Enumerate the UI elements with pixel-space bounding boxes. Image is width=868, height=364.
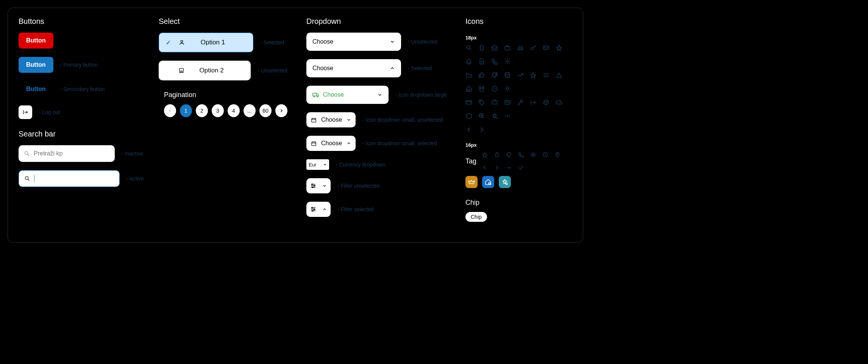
car-icon bbox=[517, 44, 524, 51]
phone-icon bbox=[491, 58, 498, 65]
thumbs-down-icon bbox=[491, 72, 498, 78]
star-plus-icon bbox=[491, 113, 498, 119]
dropdown-unselected[interactable]: Choose bbox=[306, 33, 401, 51]
chip-example[interactable]: Chip bbox=[465, 212, 487, 222]
svg-point-24 bbox=[481, 88, 481, 89]
dropdown-selected[interactable]: Choose bbox=[306, 59, 401, 77]
globe-search-icon bbox=[478, 113, 485, 119]
pagination-heading: Pagination bbox=[159, 91, 287, 99]
page-ellipsis[interactable]: ... bbox=[244, 104, 256, 117]
key2-icon bbox=[517, 99, 524, 106]
tag-gold[interactable] bbox=[465, 176, 478, 188]
filter-selected[interactable] bbox=[306, 202, 331, 217]
chevron-right-icon bbox=[279, 108, 284, 113]
svg-point-22 bbox=[507, 61, 509, 63]
svg-point-0 bbox=[25, 152, 28, 155]
dropdown-label: Choose bbox=[312, 65, 333, 72]
star-icon bbox=[482, 152, 488, 158]
select-option-1-label: Option 1 bbox=[180, 39, 246, 46]
chip-heading: Chip bbox=[465, 199, 572, 207]
tag-teal[interactable] bbox=[499, 176, 511, 188]
page-2[interactable]: 2 bbox=[196, 104, 208, 117]
chevron-down-icon bbox=[377, 92, 382, 97]
select-option-2[interactable]: Option 2 bbox=[159, 61, 251, 80]
key-icon bbox=[530, 44, 537, 51]
svg-point-33 bbox=[520, 100, 523, 102]
dropdown-label: Choose bbox=[323, 91, 344, 98]
doc-add-icon bbox=[478, 58, 485, 65]
dd-unsel-annot: - Unselected bbox=[408, 39, 438, 45]
search-active[interactable] bbox=[19, 170, 120, 187]
icons-column: Icons 18px bbox=[465, 17, 572, 233]
sliders-icon bbox=[543, 72, 550, 78]
dd-iconsm-un-annot: - Icon dropdown small, unselected bbox=[362, 117, 443, 123]
search-icon bbox=[24, 176, 30, 182]
mail-icon bbox=[543, 44, 550, 51]
cube-icon bbox=[543, 99, 550, 106]
page-next[interactable] bbox=[275, 104, 287, 117]
svg-rect-17 bbox=[518, 48, 523, 50]
phone-icon bbox=[518, 152, 524, 158]
search-inactive[interactable] bbox=[19, 145, 115, 162]
thumbs-down-icon bbox=[506, 152, 512, 158]
page-1[interactable]: 1 bbox=[180, 104, 192, 117]
logout-button[interactable] bbox=[19, 105, 32, 119]
dd-cur-annot: - Currency dropdown bbox=[336, 162, 386, 168]
svg-rect-3 bbox=[313, 93, 317, 96]
page-4[interactable]: 4 bbox=[228, 104, 240, 117]
svg-rect-7 bbox=[312, 142, 316, 146]
page-prev[interactable] bbox=[164, 104, 176, 117]
star-icon bbox=[556, 44, 562, 51]
search-input-inactive[interactable] bbox=[34, 150, 109, 157]
check-icon: ✓ bbox=[166, 39, 173, 46]
cat-icon bbox=[478, 85, 485, 92]
page-3[interactable]: 3 bbox=[212, 104, 224, 117]
buttons-heading: Buttons bbox=[19, 17, 140, 26]
home-search-icon bbox=[485, 179, 492, 185]
date-icon bbox=[311, 141, 317, 146]
id-icon bbox=[504, 99, 511, 106]
component-library-frame: Buttons Button Button - Primary button B… bbox=[8, 8, 583, 243]
chevron-down-icon bbox=[390, 39, 395, 44]
svg-point-1 bbox=[25, 177, 28, 180]
star-outline-icon bbox=[530, 72, 537, 78]
page-60[interactable]: 60 bbox=[259, 104, 272, 117]
svg-point-20 bbox=[531, 47, 533, 50]
svg-point-32 bbox=[506, 102, 507, 103]
svg-point-38 bbox=[532, 154, 534, 155]
dropdown-label: Choose bbox=[321, 140, 342, 147]
tag-heading: Tag bbox=[465, 157, 476, 165]
search-input-active[interactable] bbox=[38, 175, 114, 182]
chevron-left-icon bbox=[482, 165, 488, 171]
folder-icon bbox=[465, 72, 472, 78]
phone-mobile-icon bbox=[478, 44, 485, 51]
icon-grid-18-row3 bbox=[465, 99, 572, 119]
svg-point-18 bbox=[519, 50, 520, 50]
buttons-column: Buttons Button Button - Primary button B… bbox=[19, 17, 140, 233]
briefcase-icon bbox=[504, 44, 511, 51]
select-option-1[interactable]: ✓ Option 1 bbox=[159, 33, 253, 52]
tag-blue[interactable] bbox=[482, 176, 494, 188]
bell-icon bbox=[465, 58, 472, 65]
button-secondary[interactable]: Button bbox=[19, 81, 53, 97]
chevron-right-icon bbox=[494, 165, 500, 171]
button-primary[interactable]: Button bbox=[19, 57, 53, 73]
database-icon bbox=[504, 72, 511, 78]
clock-icon bbox=[491, 85, 498, 92]
filter-unselected[interactable] bbox=[306, 178, 331, 193]
dropdown-icon-large[interactable]: Choose bbox=[306, 86, 389, 104]
icon-grid-18-row1 bbox=[465, 44, 572, 65]
button-red[interactable]: Button bbox=[19, 33, 53, 49]
chevron-down-icon bbox=[506, 165, 512, 171]
svg-point-5 bbox=[317, 96, 318, 97]
dropdown-icon-small-unselected[interactable]: Choose bbox=[306, 112, 356, 127]
dropdown-icon-small-selected[interactable]: Choose bbox=[306, 136, 356, 151]
chevron-up-icon bbox=[347, 141, 351, 146]
check-icon bbox=[518, 165, 524, 171]
svg-point-11 bbox=[312, 207, 313, 209]
currency-label: Eur bbox=[309, 162, 316, 168]
dropdown-currency[interactable]: Eur bbox=[306, 159, 329, 170]
svg-point-19 bbox=[521, 50, 522, 50]
svg-point-12 bbox=[314, 209, 315, 210]
svg-rect-30 bbox=[492, 101, 497, 104]
